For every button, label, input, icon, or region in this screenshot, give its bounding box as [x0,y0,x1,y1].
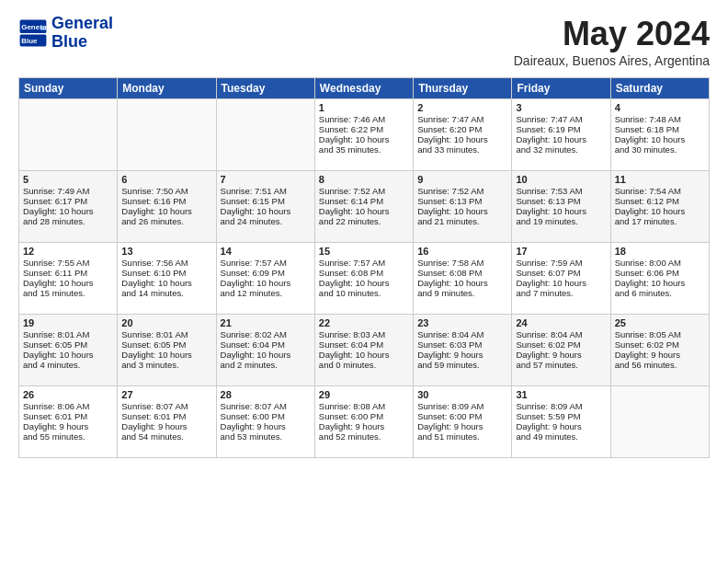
day-info-line: Sunset: 6:16 PM [121,196,211,206]
day-info-line: and 57 minutes. [516,360,606,370]
page: General Blue General Blue May 2024 Daire… [0,0,728,563]
calendar-day-cell: 26Sunrise: 8:06 AMSunset: 6:01 PMDayligh… [19,386,118,458]
day-info-line: and 51 minutes. [417,431,507,442]
day-info-line: Daylight: 10 hours [615,134,705,144]
day-info-line: Sunrise: 8:04 AM [516,329,606,339]
day-info-line: Sunset: 6:10 PM [121,268,211,278]
day-info-line: Sunset: 6:13 PM [516,196,606,206]
day-info-line: Sunrise: 8:05 AM [615,329,705,339]
day-number: 5 [23,174,113,185]
day-info-line: Daylight: 10 hours [417,206,507,216]
day-info-line: Daylight: 10 hours [23,278,113,288]
day-info-line: Sunset: 5:59 PM [516,411,606,421]
calendar-day-cell: 13Sunrise: 7:56 AMSunset: 6:10 PMDayligh… [118,243,216,315]
day-info-line: and 15 minutes. [23,288,113,298]
day-info-line: Daylight: 10 hours [319,350,409,360]
day-info-line: and 2 minutes. [221,360,311,370]
day-info-line: Sunrise: 8:09 AM [516,401,606,411]
day-info-line: Sunset: 6:19 PM [516,124,606,134]
day-info-line: Daylight: 10 hours [221,278,311,288]
day-info-line: Daylight: 9 hours [417,350,507,360]
day-info-line: and 10 minutes. [319,288,409,298]
day-info-line: Sunset: 6:00 PM [417,411,507,421]
svg-text:General: General [21,23,48,31]
day-info-line: Sunset: 6:22 PM [319,124,409,134]
day-info-line: Sunrise: 8:06 AM [23,401,113,411]
day-info-line: Sunset: 6:06 PM [615,268,705,278]
day-number: 3 [516,102,606,113]
day-info-line: Sunset: 6:08 PM [417,268,507,278]
day-info-line: Sunrise: 7:58 AM [417,258,507,268]
day-number: 9 [417,174,507,185]
day-number: 13 [121,246,211,257]
calendar-day-cell: 28Sunrise: 8:07 AMSunset: 6:00 PMDayligh… [216,386,314,458]
day-info-line: Sunset: 6:04 PM [319,339,409,350]
day-number: 25 [615,317,705,328]
day-info-line: and 26 minutes. [121,216,211,226]
day-info-line: Sunrise: 7:50 AM [121,186,211,196]
day-info-line: and 33 minutes. [417,144,507,155]
day-number: 19 [23,317,113,328]
day-number: 1 [319,102,409,113]
calendar-day-cell: 1Sunrise: 7:46 AMSunset: 6:22 PMDaylight… [314,99,413,171]
day-info-line: Sunrise: 7:53 AM [516,186,606,196]
calendar-day-header-wednesday: Wednesday [314,78,413,99]
day-info-line: Sunrise: 8:01 AM [23,329,113,339]
day-info-line: Sunrise: 8:02 AM [221,329,311,339]
day-info-line: and 55 minutes. [23,431,113,442]
calendar-day-cell: 18Sunrise: 8:00 AMSunset: 6:06 PMDayligh… [610,243,709,315]
day-info-line: Sunset: 6:15 PM [221,196,311,206]
day-info-line: Daylight: 10 hours [221,206,311,216]
day-info-line: Daylight: 10 hours [516,278,606,288]
day-info-line: Daylight: 9 hours [516,350,606,360]
day-number: 31 [516,389,606,400]
header: General Blue General Blue May 2024 Daire… [18,15,710,68]
day-info-line: Sunset: 6:05 PM [23,339,113,350]
day-info-line: Daylight: 10 hours [417,134,507,144]
day-info-line: and 35 minutes. [319,144,409,155]
day-info-line: and 9 minutes. [417,288,507,298]
calendar-day-header-thursday: Thursday [414,78,512,99]
day-info-line: and 49 minutes. [516,431,606,442]
calendar-table: SundayMondayTuesdayWednesdayThursdayFrid… [18,77,710,458]
month-year: May 2024 [514,15,710,53]
calendar-day-cell: 8Sunrise: 7:52 AMSunset: 6:14 PMDaylight… [314,171,413,243]
day-number: 17 [516,246,606,257]
calendar-day-header-sunday: Sunday [19,78,118,99]
day-info-line: and 12 minutes. [221,288,311,298]
logo-text-line1: General [51,15,113,33]
calendar-empty-cell [19,99,118,171]
day-info-line: and 19 minutes. [516,216,606,226]
day-info-line: Sunrise: 7:52 AM [319,186,409,196]
day-info-line: and 3 minutes. [121,360,211,370]
day-number: 18 [615,246,705,257]
calendar-day-header-saturday: Saturday [610,78,709,99]
day-info-line: Daylight: 10 hours [319,206,409,216]
day-number: 7 [221,174,311,185]
title-block: May 2024 Daireaux, Buenos Aires, Argenti… [514,15,710,68]
calendar-day-cell: 4Sunrise: 7:48 AMSunset: 6:18 PMDaylight… [610,99,709,171]
day-info-line: Daylight: 10 hours [121,206,211,216]
day-info-line: and 54 minutes. [121,431,211,442]
day-info-line: Daylight: 10 hours [319,134,409,144]
day-info-line: Daylight: 10 hours [121,350,211,360]
day-info-line: Daylight: 10 hours [516,134,606,144]
day-number: 12 [23,246,113,257]
day-info-line: Sunset: 6:17 PM [23,196,113,206]
calendar-empty-cell [118,99,216,171]
calendar-day-cell: 30Sunrise: 8:09 AMSunset: 6:00 PMDayligh… [414,386,512,458]
day-info-line: and 52 minutes. [319,431,409,442]
day-info-line: Sunrise: 7:59 AM [516,258,606,268]
calendar-day-header-monday: Monday [118,78,216,99]
calendar-day-cell: 23Sunrise: 8:04 AMSunset: 6:03 PMDayligh… [414,315,512,386]
calendar-day-cell: 15Sunrise: 7:57 AMSunset: 6:08 PMDayligh… [314,243,413,315]
calendar-day-cell: 31Sunrise: 8:09 AMSunset: 5:59 PMDayligh… [512,386,610,458]
day-info-line: Sunset: 6:03 PM [417,339,507,350]
day-info-line: Daylight: 9 hours [221,421,311,431]
day-info-line: Daylight: 10 hours [23,350,113,360]
day-info-line: Sunrise: 8:00 AM [615,258,705,268]
day-info-line: Daylight: 9 hours [319,421,409,431]
day-info-line: Sunset: 6:12 PM [615,196,705,206]
calendar-day-cell: 3Sunrise: 7:47 AMSunset: 6:19 PMDaylight… [512,99,610,171]
day-info-line: Sunrise: 7:57 AM [319,258,409,268]
